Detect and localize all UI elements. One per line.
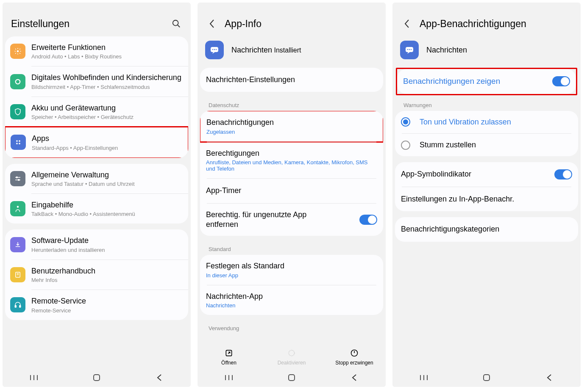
action-force-stop[interactable]: Stopp erzwingen bbox=[323, 349, 386, 366]
settings-card: Erweiterte Funktionen Android Auto • Lab… bbox=[5, 36, 188, 158]
categories-card: Benachrichtigungskategorien bbox=[395, 217, 578, 241]
item-sub: In dieser App bbox=[206, 272, 377, 279]
section-datenschutz: Datenschutz bbox=[200, 98, 383, 111]
setting-item-wohlbefinden[interactable]: Digitales Wohlbefinden und Kindersicheru… bbox=[5, 66, 188, 96]
item-sub: Anrufliste, Dateien und Medien, Kamera, … bbox=[206, 159, 377, 172]
stop-icon bbox=[350, 349, 359, 357]
screen-settings: Einstellungen Erweiterte Funktionen Andr… bbox=[3, 3, 191, 387]
item-sub: Zugelassen bbox=[206, 129, 377, 135]
svg-rect-41 bbox=[484, 375, 490, 381]
item-label: Benachrichtigungen bbox=[206, 118, 377, 127]
settings-card: Software-Update Herunterladen und instal… bbox=[5, 229, 188, 320]
svg-point-12 bbox=[17, 206, 19, 208]
svg-point-23 bbox=[212, 49, 213, 50]
nav-back-button[interactable] bbox=[348, 373, 361, 382]
nav-bar bbox=[3, 368, 191, 387]
item-remove-unused[interactable]: Berechtig. für ungenutzte App entfernen bbox=[200, 204, 383, 236]
nav-recent-button[interactable] bbox=[28, 373, 40, 382]
item-sub: Bildschirmzeit • App-Timer • Schlafensze… bbox=[31, 84, 182, 90]
svg-line-1 bbox=[178, 25, 180, 28]
section-standard: Standard bbox=[200, 242, 383, 255]
item-inapp[interactable]: Einstellungen zu In-App-Benachr. bbox=[395, 187, 578, 211]
setting-item-apps[interactable]: Apps Standard-Apps • App-Einstellungen bbox=[6, 127, 188, 157]
screen-app-info: App-Info Nachrichten Installiert Nachric… bbox=[198, 3, 386, 387]
priv-card: Benachrichtigungen Zugelassen Berechtigu… bbox=[200, 111, 383, 236]
svg-point-6 bbox=[16, 143, 18, 144]
item-label: Apps bbox=[32, 134, 182, 144]
item-nachrichten-einstellungen[interactable]: Nachrichten-Einstellungen bbox=[200, 68, 383, 92]
item-sub: Android Auto • Labs • Bixby Routines bbox=[31, 53, 182, 60]
action-label: Öffnen bbox=[221, 360, 236, 366]
back-button[interactable] bbox=[401, 18, 413, 30]
nav-home-button[interactable] bbox=[90, 373, 103, 382]
misc-card: App-Symbolindikator Einstellungen zu In-… bbox=[395, 162, 578, 211]
item-label: App-Symbolindikator bbox=[401, 168, 550, 180]
toggle-remove-unused[interactable] bbox=[359, 215, 377, 225]
highlight-notif: Benachrichtigungen Zugelassen bbox=[200, 111, 383, 142]
setting-item-handbuch[interactable]: Benutzerhandbuch Mehr Infos bbox=[5, 260, 188, 290]
item-label: Einstellungen zu In-App-Benachr. bbox=[401, 193, 572, 205]
header: App-Benachrichtigungen bbox=[392, 3, 581, 36]
highlight-show-notif: Benachrichtigungen zeigen bbox=[396, 68, 577, 95]
screen-app-notifications: App-Benachrichtigungen Nachrichten Benac… bbox=[392, 3, 581, 387]
item-sub: Mehr Infos bbox=[31, 277, 182, 283]
item-label: Berechtigungen bbox=[206, 149, 377, 158]
search-button[interactable] bbox=[170, 18, 182, 30]
radio-allow-sound[interactable] bbox=[401, 117, 410, 127]
item-set-default[interactable]: Festlegen als Standard In dieser App bbox=[200, 255, 383, 284]
setting-item-verwaltung[interactable]: Allgemeine Verwaltung Sprache und Tastat… bbox=[5, 164, 188, 193]
item-show-notif[interactable]: Benachrichtigungen zeigen bbox=[397, 69, 576, 94]
item-app-timer[interactable]: App-Timer bbox=[200, 179, 383, 203]
nav-recent-button[interactable] bbox=[417, 373, 430, 382]
radio-silent[interactable] bbox=[401, 141, 410, 150]
page-title: App-Benachrichtigungen bbox=[420, 18, 572, 30]
action-label: Stopp erzwingen bbox=[335, 360, 373, 366]
item-badge[interactable]: App-Symbolindikator bbox=[395, 162, 578, 186]
svg-point-3 bbox=[16, 79, 20, 84]
item-allow-sound[interactable]: Ton und Vibration zulassen bbox=[395, 111, 578, 133]
setting-item-eingabehilfe[interactable]: Eingabehilfe TalkBack • Mono-Audio • Ass… bbox=[5, 194, 188, 224]
nav-back-button[interactable] bbox=[153, 373, 166, 382]
nav-home-button[interactable] bbox=[285, 373, 298, 382]
messages-app-icon bbox=[400, 41, 419, 59]
show-notif-card: Benachrichtigungen zeigen bbox=[397, 69, 576, 94]
app-summary: Nachrichten bbox=[392, 36, 581, 68]
nav-back-button[interactable] bbox=[543, 373, 556, 382]
item-benachrichtigungen[interactable]: Benachrichtigungen Zugelassen bbox=[200, 111, 383, 141]
item-label: Akku und Gerätewartung bbox=[31, 103, 182, 113]
open-icon bbox=[225, 349, 233, 357]
toggle-badge[interactable] bbox=[554, 169, 572, 179]
settings-card: Allgemeine Verwaltung Sprache und Tastat… bbox=[5, 164, 188, 224]
svg-point-36 bbox=[409, 49, 410, 50]
toggle-show-notif[interactable] bbox=[552, 76, 570, 86]
item-silent[interactable]: Stumm zustellen bbox=[395, 134, 578, 156]
nav-home-button[interactable] bbox=[480, 373, 493, 382]
item-label: Berechtig. für ungenutzte App entfernen bbox=[206, 210, 325, 230]
setting-item-remote[interactable]: Remote-Service Remote-Service bbox=[5, 290, 188, 320]
svg-point-11 bbox=[18, 179, 19, 180]
svg-rect-17 bbox=[19, 306, 21, 308]
item-msg-app[interactable]: Nachrichten-App Nachrichten bbox=[200, 285, 383, 315]
svg-point-7 bbox=[19, 143, 20, 144]
section-verwendung: Verwendung bbox=[200, 321, 383, 334]
app-status: Installiert bbox=[274, 47, 301, 54]
setting-item-akku[interactable]: Akku und Gerätewartung Speicher • Arbeit… bbox=[5, 97, 188, 127]
notif-body: Benachrichtigungen zeigen Warnungen Ton … bbox=[392, 68, 581, 368]
deactivate-icon bbox=[287, 349, 296, 357]
setting-item-erweiterte-funktionen[interactable]: Erweiterte Funktionen Android Auto • Lab… bbox=[5, 36, 188, 66]
item-categories[interactable]: Benachrichtigungskategorien bbox=[395, 217, 578, 241]
item-label: Ton und Vibration zulassen bbox=[420, 117, 511, 127]
svg-point-27 bbox=[289, 350, 294, 356]
nav-recent-button[interactable] bbox=[223, 373, 235, 382]
gear-icon bbox=[10, 44, 25, 59]
nav-bar bbox=[198, 368, 386, 387]
action-label: Deaktivieren bbox=[278, 360, 306, 366]
item-label: Software-Update bbox=[31, 236, 182, 246]
book-icon bbox=[10, 267, 25, 282]
settings-card: Nachrichten-Einstellungen bbox=[200, 68, 383, 92]
item-berechtigungen[interactable]: Berechtigungen Anrufliste, Dateien und M… bbox=[200, 142, 383, 178]
action-open[interactable]: Öffnen bbox=[198, 349, 260, 366]
back-button[interactable] bbox=[206, 18, 218, 30]
setting-item-update[interactable]: Software-Update Herunterladen und instal… bbox=[5, 229, 188, 259]
item-label: Nachrichten-App bbox=[206, 292, 377, 301]
